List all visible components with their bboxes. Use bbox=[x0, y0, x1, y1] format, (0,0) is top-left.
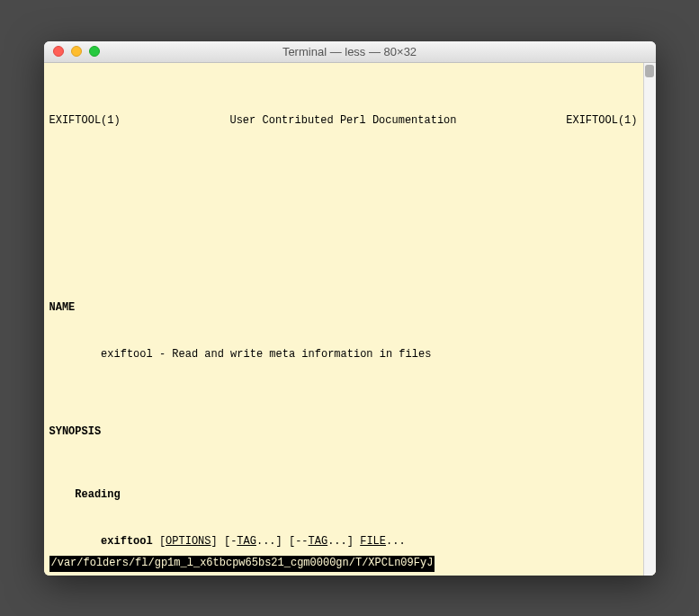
name-line: exiftool - Read and write meta informati… bbox=[101, 347, 650, 362]
synopsis-reading: Reading bbox=[75, 487, 650, 503]
close-icon[interactable] bbox=[53, 46, 64, 57]
minimize-icon[interactable] bbox=[71, 46, 82, 57]
section-synopsis: SYNOPSIS bbox=[49, 424, 650, 440]
status-path: /var/folders/fl/gp1m_l_x6tbcpw65bs21_cgm… bbox=[49, 556, 435, 571]
header-right: EXIFTOOL(1) bbox=[566, 113, 637, 129]
zoom-icon[interactable] bbox=[89, 46, 100, 57]
man-page: EXIFTOOL(1) User Contributed Perl Docume… bbox=[49, 67, 650, 576]
scrollbar-thumb[interactable] bbox=[645, 65, 654, 77]
reading-cmd-line: exiftool [OPTIONS] [-TAG...] [--TAG...] … bbox=[101, 534, 650, 549]
terminal-window: Terminal — less — 80×32 EXIFTOOL(1) User… bbox=[44, 41, 656, 576]
terminal-content[interactable]: EXIFTOOL(1) User Contributed Perl Docume… bbox=[44, 63, 656, 576]
traffic-lights bbox=[44, 46, 100, 57]
less-status-line: /var/folders/fl/gp1m_l_x6tbcpw65bs21_cgm… bbox=[49, 556, 435, 571]
header-center: User Contributed Perl Documentation bbox=[229, 113, 456, 129]
header-left: EXIFTOOL(1) bbox=[49, 113, 121, 129]
window-title: Terminal — less — 80×32 bbox=[44, 45, 656, 58]
scrollbar[interactable] bbox=[643, 63, 656, 576]
titlebar[interactable]: Terminal — less — 80×32 bbox=[44, 41, 656, 63]
section-name: NAME bbox=[49, 300, 650, 316]
man-header: EXIFTOOL(1) User Contributed Perl Docume… bbox=[49, 113, 650, 129]
